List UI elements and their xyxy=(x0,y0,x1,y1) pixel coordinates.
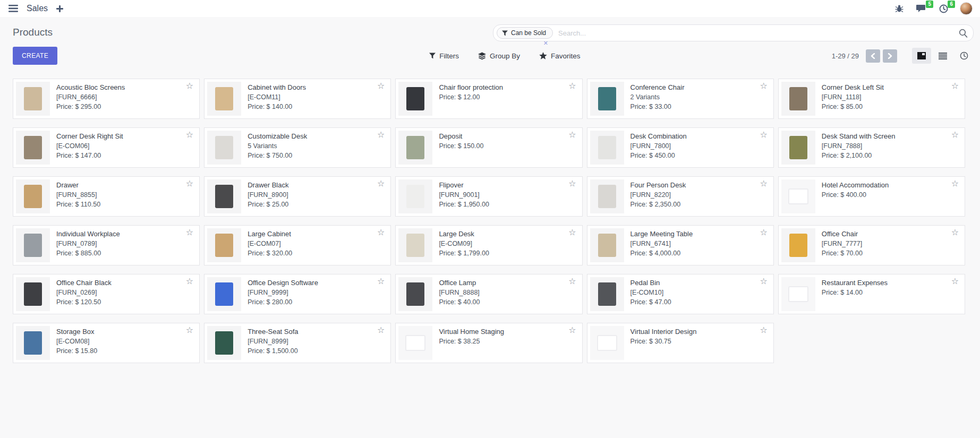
product-card[interactable]: Office Lamp [FURN_8888] Price: $ 40.00 ☆ xyxy=(395,274,582,314)
product-card[interactable]: Acoustic Bloc Screens [FURN_6666] Price:… xyxy=(13,79,200,119)
favorite-star-icon[interactable]: ☆ xyxy=(377,131,385,139)
favorite-star-icon[interactable]: ☆ xyxy=(951,131,959,139)
favorite-star-icon[interactable]: ☆ xyxy=(760,277,767,286)
pager-previous-button[interactable] xyxy=(866,49,880,63)
product-card[interactable]: Office Chair Black [FURN_0269] Price: $ … xyxy=(13,274,200,314)
favorite-star-icon[interactable]: ☆ xyxy=(951,179,959,188)
product-name[interactable]: Corner Desk Left Sit xyxy=(822,83,884,91)
search-icon[interactable] xyxy=(959,29,968,38)
product-name[interactable]: Corner Desk Right Sit xyxy=(56,132,123,140)
apps-menu-icon[interactable] xyxy=(7,4,19,13)
product-card[interactable]: Three-Seat Sofa [FURN_8999] Price: $ 1,5… xyxy=(204,323,391,363)
favorite-star-icon[interactable]: ☆ xyxy=(568,131,576,139)
favorite-star-icon[interactable]: ☆ xyxy=(760,326,767,334)
product-card[interactable]: Drawer Black [FURN_8900] Price: $ 25.00 … xyxy=(204,176,391,217)
favorite-star-icon[interactable]: ☆ xyxy=(760,179,767,188)
product-card[interactable]: Large Desk [E-COM09] Price: $ 1,799.00 ☆ xyxy=(395,225,582,265)
product-card[interactable]: Virtual Interior Design Price: $ 30.75 ☆ xyxy=(587,323,774,363)
product-name[interactable]: Office Design Software xyxy=(248,279,318,287)
product-name[interactable]: Individual Workplace xyxy=(56,230,120,238)
favorite-star-icon[interactable]: ☆ xyxy=(377,326,385,334)
product-name[interactable]: Pedal Bin xyxy=(630,279,671,287)
favorite-star-icon[interactable]: ☆ xyxy=(568,326,576,334)
product-card[interactable]: Customizable Desk 5 Variants Price: $ 75… xyxy=(204,127,391,168)
activities-icon[interactable]: 6 xyxy=(938,3,949,14)
product-name[interactable]: Office Lamp xyxy=(439,279,480,287)
favorite-star-icon[interactable]: ☆ xyxy=(568,228,576,237)
favorite-star-icon[interactable]: ☆ xyxy=(186,82,193,90)
product-card[interactable]: Large Cabinet [E-COM07] Price: $ 320.00 … xyxy=(204,225,391,265)
product-name[interactable]: Conference Chair xyxy=(630,83,685,91)
favorite-star-icon[interactable]: ☆ xyxy=(186,179,193,188)
product-card[interactable]: Four Person Desk [FURN_8220] Price: $ 2,… xyxy=(587,176,774,217)
favorite-star-icon[interactable]: ☆ xyxy=(568,82,576,90)
product-name[interactable]: Desk Stand with Screen xyxy=(822,132,896,140)
product-card[interactable]: Drawer [FURN_8855] Price: $ 110.50 ☆ xyxy=(13,176,200,217)
product-name[interactable]: Drawer xyxy=(56,181,100,189)
search-input[interactable] xyxy=(553,29,959,37)
product-card[interactable]: Virtual Home Staging Price: $ 38.25 ☆ xyxy=(395,323,582,363)
product-name[interactable]: Cabinet with Doors xyxy=(248,83,306,91)
favorite-star-icon[interactable]: ☆ xyxy=(186,277,193,286)
avatar[interactable] xyxy=(960,2,973,15)
product-card[interactable]: Corner Desk Left Sit [FURN_1118] Price: … xyxy=(778,79,965,119)
product-name[interactable]: Hotel Accommodation xyxy=(822,181,889,189)
product-name[interactable]: Large Meeting Table xyxy=(630,230,693,238)
create-button[interactable]: CREATE xyxy=(13,47,57,65)
product-name[interactable]: Virtual Interior Design xyxy=(630,328,697,336)
product-name[interactable]: Four Person Desk xyxy=(630,181,686,189)
product-card[interactable]: Deposit Price: $ 150.00 ☆ xyxy=(395,127,582,168)
favorite-star-icon[interactable]: ☆ xyxy=(377,179,385,188)
favorites-button[interactable]: Favorites xyxy=(539,52,581,60)
favorite-star-icon[interactable]: ☆ xyxy=(377,277,385,286)
product-name[interactable]: Office Chair Black xyxy=(56,279,112,287)
search-bar[interactable]: Can be Sold ✕ xyxy=(493,24,974,41)
product-card[interactable]: Large Meeting Table [FURN_6741] Price: $… xyxy=(587,225,774,265)
favorite-star-icon[interactable]: ☆ xyxy=(186,326,193,334)
debug-icon[interactable] xyxy=(894,3,905,14)
app-title[interactable]: Sales xyxy=(27,4,48,13)
product-name[interactable]: Storage Box xyxy=(56,328,97,336)
favorite-star-icon[interactable]: ☆ xyxy=(186,228,193,237)
product-card[interactable]: Restaurant Expenses Price: $ 14.00 ☆ xyxy=(778,274,965,314)
product-card[interactable]: Desk Stand with Screen [FURN_7888] Price… xyxy=(778,127,965,168)
list-view-button[interactable] xyxy=(933,48,952,64)
product-card[interactable]: Chair floor protection Price: $ 12.00 ☆ xyxy=(395,79,582,119)
favorite-star-icon[interactable]: ☆ xyxy=(377,82,385,90)
product-name[interactable]: Customizable Desk xyxy=(248,132,307,140)
product-name[interactable]: Virtual Home Staging xyxy=(439,328,504,336)
favorite-star-icon[interactable]: ☆ xyxy=(760,131,767,139)
product-card[interactable]: Hotel Accommodation Price: $ 400.00 ☆ xyxy=(778,176,965,217)
product-name[interactable]: Drawer Black xyxy=(248,181,288,189)
activity-view-button[interactable] xyxy=(955,48,974,64)
product-name[interactable]: Restaurant Expenses xyxy=(822,279,888,287)
product-name[interactable]: Acoustic Bloc Screens xyxy=(56,83,125,91)
favorite-star-icon[interactable]: ☆ xyxy=(377,228,385,237)
product-name[interactable]: Deposit xyxy=(439,132,483,140)
product-name[interactable]: Chair floor protection xyxy=(439,83,503,91)
favorite-star-icon[interactable]: ☆ xyxy=(568,179,576,188)
product-card[interactable]: Desk Combination [FURN_7800] Price: $ 45… xyxy=(587,127,774,168)
favorite-star-icon[interactable]: ☆ xyxy=(568,277,576,286)
product-card[interactable]: Office Design Software [FURN_9999] Price… xyxy=(204,274,391,314)
favorite-star-icon[interactable]: ☆ xyxy=(951,228,959,237)
product-name[interactable]: Flipover xyxy=(439,181,489,189)
pager-next-button[interactable] xyxy=(883,49,897,63)
product-card[interactable]: Individual Workplace [FURN_0789] Price: … xyxy=(13,225,200,265)
product-name[interactable]: Desk Combination xyxy=(630,132,687,140)
product-name[interactable]: Office Chair xyxy=(822,230,863,238)
product-card[interactable]: Conference Chair 2 Variants Price: $ 33.… xyxy=(587,79,774,119)
product-name[interactable]: Large Cabinet xyxy=(248,230,292,238)
favorite-star-icon[interactable]: ☆ xyxy=(760,228,767,237)
product-card[interactable]: Pedal Bin [E-COM10] Price: $ 47.00 ☆ xyxy=(587,274,774,314)
favorite-star-icon[interactable]: ☆ xyxy=(951,277,959,286)
product-card[interactable]: Corner Desk Right Sit [E-COM06] Price: $… xyxy=(13,127,200,168)
product-name[interactable]: Large Desk xyxy=(439,230,489,238)
favorite-star-icon[interactable]: ☆ xyxy=(760,82,767,90)
product-card[interactable]: Flipover [FURN_9001] Price: $ 1,950.00 ☆ xyxy=(395,176,582,217)
product-card[interactable]: Cabinet with Doors [E-COM11] Price: $ 14… xyxy=(204,79,391,119)
kanban-view-button[interactable] xyxy=(912,48,931,64)
search-facet-can-be-sold[interactable]: Can be Sold ✕ xyxy=(497,27,553,39)
favorite-star-icon[interactable]: ☆ xyxy=(186,131,193,139)
product-card[interactable]: Storage Box [E-COM08] Price: $ 15.80 ☆ xyxy=(13,323,200,363)
